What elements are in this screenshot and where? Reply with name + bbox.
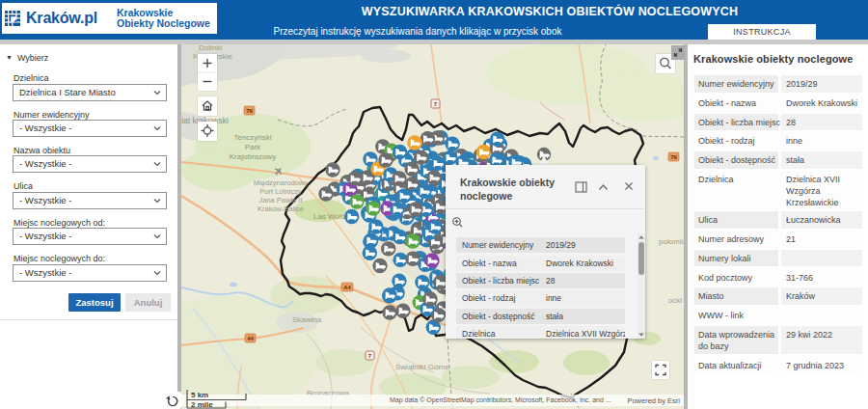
svg-text:79: 79	[670, 154, 677, 160]
svg-text:Jana Pawła II: Jana Pawła II	[258, 196, 302, 204]
svg-text:Krajobrazowy: Krajobrazowy	[230, 152, 276, 161]
svg-text:Świątniki Górne: Świątniki Górne	[395, 363, 450, 371]
svg-text:Port Lotniczy: Port Lotniczy	[259, 187, 302, 196]
svg-text:2 mile: 2 mile	[191, 400, 213, 409]
svg-text:Dolinki: Dolinki	[199, 44, 222, 52]
svg-text:Kraków-Balice: Kraków-Balice	[258, 204, 304, 213]
svg-text:ocki: ocki	[668, 296, 682, 305]
svg-text:Tenczyński: Tenczyński	[233, 133, 271, 142]
svg-text:A4: A4	[343, 285, 351, 290]
svg-text:5 km: 5 km	[191, 391, 208, 399]
svg-text:połomice: połomice	[659, 237, 684, 246]
svg-text:Międzynarodowy: Międzynarodowy	[254, 178, 309, 187]
svg-text:79: 79	[246, 108, 253, 114]
svg-text:Park: Park	[245, 143, 261, 151]
svg-text:Skawina: Skawina	[292, 315, 322, 324]
svg-text:44: 44	[247, 336, 254, 341]
